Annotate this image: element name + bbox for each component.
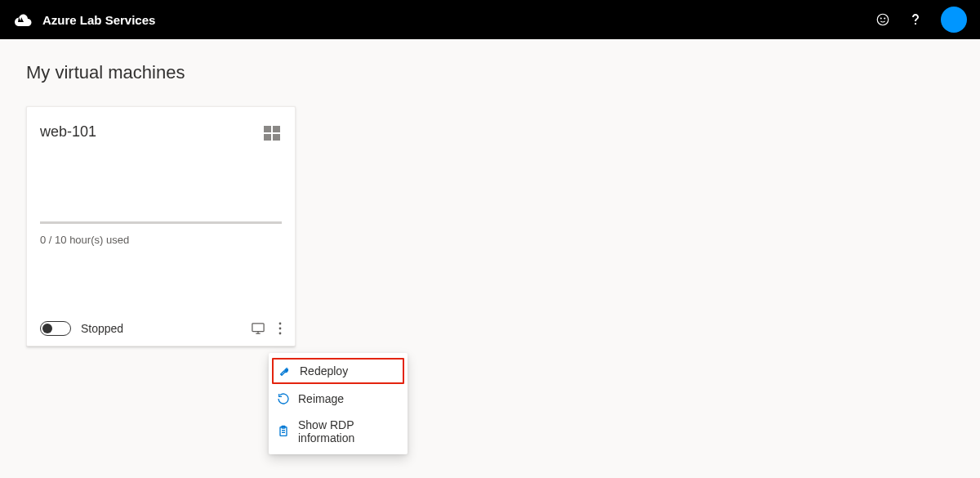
header-right (875, 7, 967, 33)
menu-label-redeploy: Redeploy (300, 364, 348, 377)
azure-labs-logo-icon (13, 11, 33, 28)
menu-label-show-rdp: Show RDP information (298, 418, 399, 444)
svg-point-12 (279, 333, 282, 335)
refresh-icon (277, 392, 290, 405)
svg-point-11 (279, 328, 282, 330)
toggle-knob (42, 324, 52, 333)
menu-item-show-rdp[interactable]: Show RDP information (269, 412, 408, 451)
svg-point-0 (877, 14, 889, 25)
vm-card-footer: Stopped (40, 321, 282, 336)
connect-icon[interactable] (251, 322, 265, 335)
app-header: Azure Lab Services (0, 0, 980, 39)
svg-point-1 (880, 18, 881, 19)
windows-icon (262, 123, 282, 146)
vm-name: web-101 (40, 123, 96, 141)
svg-rect-3 (264, 126, 271, 132)
svg-rect-6 (273, 134, 280, 141)
user-avatar[interactable] (941, 7, 967, 33)
page-content: My virtual machines web-101 0 / 10 hour(… (0, 39, 980, 369)
page-title: My virtual machines (26, 62, 954, 83)
vm-card-header: web-101 (40, 123, 282, 146)
clipboard-icon (277, 425, 290, 438)
feedback-icon[interactable] (875, 12, 890, 27)
usage-progress-bar (40, 221, 282, 224)
svg-point-10 (279, 323, 282, 325)
vm-footer-left: Stopped (40, 321, 123, 336)
header-title: Azure Lab Services (42, 13, 155, 27)
wrench-icon (278, 364, 292, 377)
vm-footer-right (251, 322, 282, 335)
menu-item-reimage[interactable]: Reimage (269, 386, 408, 412)
help-icon[interactable] (910, 12, 921, 27)
vm-context-menu: Redeploy Reimage Show RDP information (269, 353, 408, 454)
menu-label-reimage: Reimage (298, 392, 344, 405)
svg-rect-4 (273, 126, 280, 132)
svg-rect-7 (252, 324, 264, 332)
usage-text: 0 / 10 hour(s) used (40, 234, 282, 246)
svg-rect-5 (264, 134, 271, 141)
header-left: Azure Lab Services (13, 11, 155, 28)
vm-power-toggle[interactable] (40, 321, 71, 336)
vm-card: web-101 0 / 10 hour(s) used Stopped (26, 106, 296, 346)
menu-item-redeploy[interactable]: Redeploy (272, 358, 404, 384)
more-options-icon[interactable] (278, 322, 282, 335)
vm-status: Stopped (81, 322, 123, 335)
svg-point-2 (884, 18, 885, 19)
